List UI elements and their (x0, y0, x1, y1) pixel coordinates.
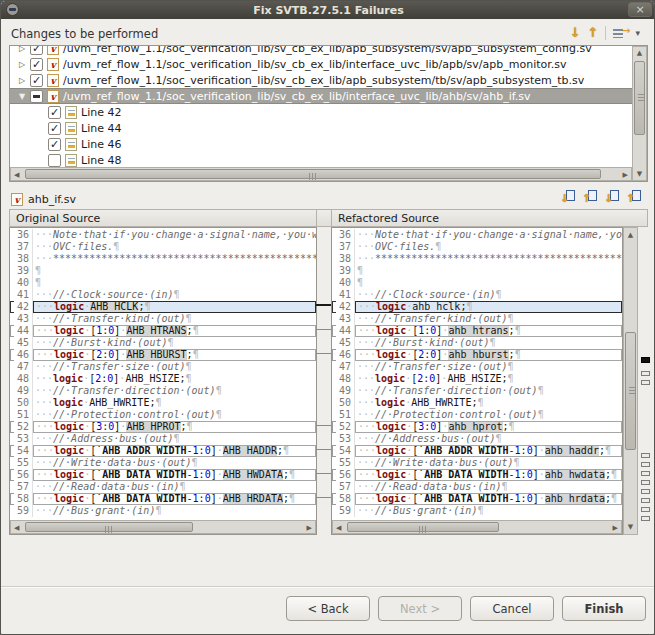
source-line-56[interactable]: 56···logic·[`AHB_DATA_WIDTH-1:0]·ahb_hwd… (332, 469, 622, 481)
refactored-hscroll-thumb[interactable] (347, 522, 499, 532)
source-line-44[interactable]: 44···logic·[1:0]·ahb_htrans;¶ (332, 325, 622, 337)
source-line-46[interactable]: 46···logic·[2:0]·AHB_HBURST;¶ (10, 349, 316, 361)
source-line-48[interactable]: 48···logic·[2:0]·AHB_HSIZE;¶ (332, 373, 622, 385)
tree-horizontal-scrollbar[interactable]: ◀ ▶ (10, 167, 632, 181)
toolbar-menu-chevron-icon[interactable]: ▾ (635, 28, 640, 38)
scroll-left-icon[interactable]: ◀ (14, 524, 19, 532)
source-line-49[interactable]: 49···//·Transfer·direction·(out)¶ (10, 385, 316, 397)
source-line-36[interactable]: 36···Note·that·if·you·change·a·signal·na… (10, 229, 316, 241)
next-difference-button[interactable]: ↓ (560, 189, 576, 204)
source-line-38[interactable]: 38···***********************************… (332, 253, 622, 265)
source-line-45[interactable]: 45···//·Burst·kind·(out)¶ (10, 337, 316, 349)
checkbox-partial[interactable] (30, 90, 43, 103)
source-line-56[interactable]: 56···logic·[`AHB_DATA_WIDTH-1:0]·AHB_HWD… (10, 469, 316, 481)
tree-row-line[interactable]: ✓Line 42 (10, 104, 632, 120)
source-line-41[interactable]: 41···//·Clock·source·(in)¶ (10, 289, 316, 301)
tree-row-line[interactable]: ✓Line 44 (10, 120, 632, 136)
source-line-49[interactable]: 49···//·Transfer·direction·(out)¶ (332, 385, 622, 397)
tree-hscroll-thumb[interactable] (25, 169, 601, 179)
scroll-right-icon[interactable]: ▶ (613, 524, 618, 532)
source-line-39[interactable]: 39¶ (332, 265, 622, 277)
scroll-down-icon[interactable]: ▼ (633, 170, 646, 178)
scroll-up-icon[interactable]: ▲ (633, 49, 646, 57)
diff-overview-ruler[interactable] (640, 227, 652, 535)
scroll-left-icon[interactable]: ◀ (14, 171, 19, 179)
collapsed-expander-icon[interactable]: ▷ (14, 46, 30, 53)
diff-mark[interactable] (641, 471, 650, 476)
compare-vscroll-thumb[interactable] (625, 332, 636, 450)
source-line-54[interactable]: 54···logic·[`AHB_ADDR_WIDTH-1:0]·ahb_had… (332, 445, 622, 457)
source-line-43[interactable]: 43···//·Transfer·kind·(out)¶ (10, 313, 316, 325)
diff-mark[interactable] (641, 453, 650, 458)
collapsed-expander-icon[interactable]: ▷ (14, 60, 30, 69)
source-line-45[interactable]: 45···//·Burst·kind·(out)¶ (332, 337, 622, 349)
scroll-left-icon[interactable]: ◀ (336, 524, 341, 532)
source-line-53[interactable]: 53···//·Address·bus·(out)¶ (10, 433, 316, 445)
next-change-button[interactable]: ↓ (604, 189, 620, 204)
source-line-55[interactable]: 55···//·Write·data·bus·(out)¶ (332, 457, 622, 469)
tree-row-file[interactable]: ▷✓v/uvm_ref_flow_1.1/soc_verification_li… (10, 46, 632, 56)
diff-mark[interactable] (641, 462, 650, 467)
scroll-right-icon[interactable]: ▶ (623, 171, 628, 179)
source-line-38[interactable]: 38···***********************************… (10, 253, 316, 265)
source-line-54[interactable]: 54···logic·[`AHB_ADDR_WIDTH-1:0]·AHB_HAD… (10, 445, 316, 457)
original-hscroll-thumb[interactable] (25, 522, 193, 532)
tree-vscroll-thumb[interactable] (634, 61, 645, 135)
source-line-47[interactable]: 47···//·Transfer·size·(out)¶ (10, 361, 316, 373)
expanded-expander-icon[interactable]: ▼ (14, 92, 30, 101)
diff-mark[interactable] (641, 371, 650, 376)
source-line-51[interactable]: 51···//·Protection·control·(out)¶ (10, 409, 316, 421)
filter-changes-button[interactable]: → (613, 27, 628, 39)
next-button[interactable]: Next > (378, 596, 462, 621)
diff-mark[interactable] (641, 489, 650, 494)
checkbox-checked[interactable]: ✓ (30, 74, 43, 87)
previous-change-button[interactable]: ↑ (626, 189, 642, 204)
close-button[interactable]: × (628, 2, 652, 17)
source-line-53[interactable]: 53···//·Address·bus·(out)¶ (332, 433, 622, 445)
source-line-42[interactable]: 42···logic·AHB_HCLK;¶ (10, 301, 316, 313)
checkbox-checked[interactable]: ✓ (48, 122, 61, 135)
source-line-36[interactable]: 36···Note·that·if·you·change·a·signal·na… (332, 229, 622, 241)
window-menu-button[interactable] (6, 3, 19, 16)
source-line-58[interactable]: 58···logic·[`AHB_DATA_WIDTH-1:0]·ahb_hrd… (332, 493, 622, 505)
tree-row-file[interactable]: ▼v/uvm_ref_flow_1.1/soc_verification_lib… (10, 88, 632, 104)
original-horizontal-scrollbar[interactable]: ◀ ▶ (10, 520, 316, 534)
source-line-59[interactable]: 59···//·Bus·grant·(in)¶ (332, 505, 622, 517)
checkbox-checked[interactable]: ✓ (30, 46, 43, 55)
source-line-57[interactable]: 57···//·Read·data·bus·(in)¶ (10, 481, 316, 493)
scroll-up-icon[interactable]: ▲ (624, 231, 637, 239)
source-line-44[interactable]: 44···logic·[1:0]·AHB_HTRANS;¶ (10, 325, 316, 337)
checkbox-unchecked[interactable] (48, 154, 61, 167)
source-line-37[interactable]: 37···OVC·files.¶ (332, 241, 622, 253)
scroll-right-icon[interactable]: ▶ (307, 524, 312, 532)
checkbox-checked[interactable]: ✓ (48, 106, 61, 119)
source-line-37[interactable]: 37···OVC·files.¶ (10, 241, 316, 253)
source-line-55[interactable]: 55···//·Write·data·bus·(out)¶ (10, 457, 316, 469)
diff-mark[interactable] (641, 516, 650, 521)
source-line-41[interactable]: 41···//·Clock·source·(in)¶ (332, 289, 622, 301)
scroll-down-icon[interactable]: ▼ (624, 523, 637, 531)
source-line-50[interactable]: 50···logic·AHB_HWRITE;¶ (332, 397, 622, 409)
titlebar[interactable]: Fix SVTB.27.5.1 Failures × (1, 1, 655, 19)
back-button[interactable]: < Back (286, 596, 370, 621)
tree-row-file[interactable]: ▷✓v/uvm_ref_flow_1.1/soc_verification_li… (10, 56, 632, 72)
refactored-source-pane[interactable]: 36···Note·that·if·you·change·a·signal·na… (331, 227, 623, 535)
current-diff-mark[interactable] (641, 357, 650, 363)
finish-button[interactable]: Finish (562, 596, 646, 621)
move-up-button[interactable]: ↑ (588, 26, 599, 40)
source-line-40[interactable]: 40¶ (10, 277, 316, 289)
refactored-horizontal-scrollbar[interactable]: ◀ ▶ (332, 520, 622, 534)
cancel-button[interactable]: Cancel (470, 596, 554, 621)
source-line-43[interactable]: 43···//·Transfer·kind·(out)¶ (332, 313, 622, 325)
compare-vertical-scrollbar[interactable]: ▲ ▼ (623, 227, 638, 535)
move-down-button[interactable]: ↓ (570, 26, 581, 40)
collapsed-expander-icon[interactable]: ▷ (14, 76, 30, 85)
original-source-pane[interactable]: 36···Note·that·if·you·change·a·signal·na… (9, 227, 317, 535)
diff-mark[interactable] (641, 480, 650, 485)
tree-vertical-scrollbar[interactable]: ▲ ▼ (632, 46, 647, 181)
source-line-58[interactable]: 58···logic·[`AHB_DATA_WIDTH-1:0]·AHB_HRD… (10, 493, 316, 505)
source-line-40[interactable]: 40¶ (332, 277, 622, 289)
source-line-57[interactable]: 57···//·Read·data·bus·(in)¶ (332, 481, 622, 493)
diff-mark[interactable] (641, 380, 650, 385)
tree-row-line[interactable]: Line 48 (10, 152, 632, 167)
